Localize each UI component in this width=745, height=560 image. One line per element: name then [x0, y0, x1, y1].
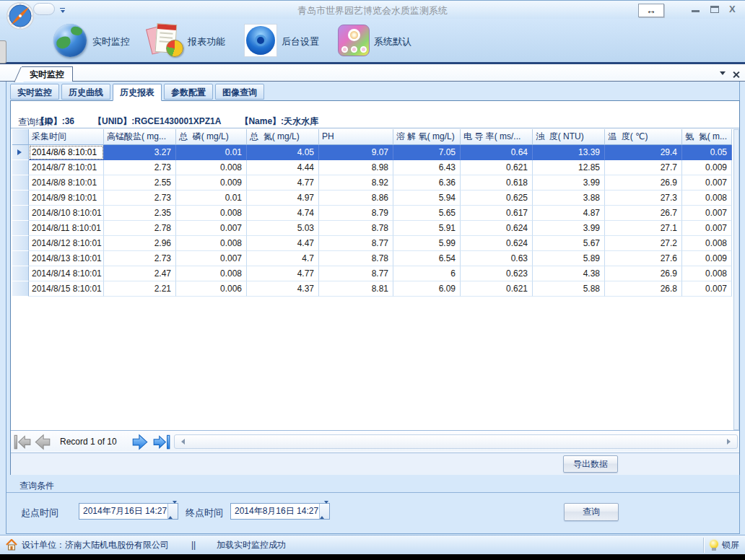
- minimize-icon[interactable]: [692, 10, 700, 12]
- maximize-icon[interactable]: [710, 6, 719, 13]
- table-cell[interactable]: 0.009: [176, 175, 247, 191]
- start-time-spinner[interactable]: [167, 504, 178, 519]
- query-button[interactable]: 查询: [564, 503, 619, 521]
- table-cell[interactable]: 27.1: [605, 221, 682, 236]
- table-row[interactable]: 2014/8/15 8:10:012.210.0064.378.816.090.…: [12, 281, 732, 297]
- table-cell[interactable]: 0.007: [682, 206, 732, 221]
- table-cell[interactable]: 0.008: [682, 266, 732, 281]
- table-cell[interactable]: 0.007: [682, 175, 732, 191]
- table-cell[interactable]: 4.74: [247, 206, 319, 221]
- table-cell[interactable]: 2.73: [104, 191, 176, 206]
- export-data-button[interactable]: 导出数据: [563, 455, 618, 473]
- table-cell[interactable]: 0.009: [682, 251, 732, 266]
- table-cell[interactable]: 3.99: [533, 175, 605, 191]
- document-tab-realtime[interactable]: 实时监控: [22, 66, 73, 82]
- table-cell[interactable]: 6.54: [393, 251, 461, 266]
- table-cell[interactable]: 0.008: [176, 266, 247, 281]
- table-cell[interactable]: 0.008: [682, 236, 732, 251]
- start-time-field[interactable]: 2014年7月16日 14:27:51: [79, 503, 178, 520]
- table-cell[interactable]: 0.009: [682, 160, 732, 175]
- table-cell[interactable]: 3.99: [533, 221, 605, 236]
- scroll-right-icon[interactable]: [727, 439, 733, 445]
- table-cell[interactable]: 2014/8/10 8:10:01: [29, 206, 104, 221]
- table-cell[interactable]: 2.21: [104, 281, 176, 297]
- table-cell[interactable]: 4.37: [247, 281, 319, 297]
- table-cell[interactable]: 0.621: [461, 160, 533, 175]
- close-window-icon[interactable]: X: [729, 4, 736, 14]
- table-cell[interactable]: 8.79: [319, 206, 393, 221]
- table-cell[interactable]: 2.47: [104, 266, 176, 281]
- table-cell[interactable]: 27.3: [605, 191, 682, 206]
- table-cell[interactable]: 8.77: [319, 236, 393, 251]
- table-cell[interactable]: 2014/8/11 8:10:01: [29, 221, 104, 236]
- table-cell[interactable]: 0.617: [461, 206, 533, 221]
- horizontal-scrollbar[interactable]: [174, 434, 738, 449]
- tab-list-dropdown-icon[interactable]: [720, 71, 726, 78]
- lock-screen-button[interactable]: 锁屏: [722, 535, 739, 555]
- table-cell[interactable]: 5.65: [393, 206, 461, 221]
- table-cell[interactable]: 2014/8/13 8:10:01: [29, 251, 104, 266]
- table-cell[interactable]: 0.008: [176, 236, 247, 251]
- table-cell[interactable]: 0.64: [461, 145, 533, 160]
- table-cell[interactable]: 5.67: [533, 236, 605, 251]
- table-cell[interactable]: 0.63: [461, 251, 533, 266]
- table-cell[interactable]: 0.008: [682, 191, 732, 206]
- table-cell[interactable]: 0.01: [176, 191, 247, 206]
- table-cell[interactable]: 3.88: [533, 191, 605, 206]
- table-cell[interactable]: 27.7: [605, 160, 682, 175]
- table-row[interactable]: 2014/8/10 8:10:012.350.0084.748.795.650.…: [12, 206, 732, 221]
- table-cell[interactable]: 5.99: [393, 236, 461, 251]
- table-cell[interactable]: 0.624: [461, 236, 533, 251]
- table-cell[interactable]: 0.618: [461, 175, 533, 191]
- table-row[interactable]: 2014/8/12 8:10:012.960.0084.478.775.990.…: [12, 236, 732, 251]
- table-cell[interactable]: 27.2: [605, 236, 682, 251]
- table-cell[interactable]: 2014/8/12 8:10:01: [29, 236, 104, 251]
- table-cell[interactable]: 4.05: [247, 145, 319, 160]
- record-next-icon[interactable]: [131, 432, 149, 451]
- column-header[interactable]: 高锰酸盐( mg...: [104, 129, 176, 145]
- table-cell[interactable]: 2014/8/6 8:10:01: [29, 145, 104, 160]
- table-cell[interactable]: 26.9: [605, 175, 682, 191]
- table-cell[interactable]: 2.35: [104, 206, 176, 221]
- column-header[interactable]: 总 氮( mg/L): [247, 129, 319, 145]
- table-cell[interactable]: 0.01: [176, 145, 247, 160]
- table-cell[interactable]: 2014/8/7 8:10:01: [29, 160, 104, 175]
- vertical-scrollbar[interactable]: [733, 129, 739, 430]
- close-tab-icon[interactable]: [732, 69, 740, 82]
- table-cell[interactable]: 6.36: [393, 175, 461, 191]
- table-cell[interactable]: 4.7: [247, 251, 319, 266]
- table-cell[interactable]: 8.78: [319, 221, 393, 236]
- table-cell[interactable]: 2014/8/15 8:10:01: [29, 281, 104, 297]
- table-row[interactable]: 2014/8/14 8:10:012.470.0084.778.7760.623…: [12, 266, 732, 281]
- table-cell[interactable]: 4.44: [247, 160, 319, 175]
- table-cell[interactable]: 12.85: [533, 160, 605, 175]
- table-cell[interactable]: 0.007: [176, 251, 247, 266]
- table-cell[interactable]: 26.9: [605, 266, 682, 281]
- table-row[interactable]: 2014/8/7 8:10:012.730.0084.448.986.430.6…: [12, 160, 732, 175]
- table-cell[interactable]: 2014/8/9 8:10:01: [29, 191, 104, 206]
- table-cell[interactable]: 8.86: [319, 191, 393, 206]
- table-cell[interactable]: 4.77: [247, 175, 319, 191]
- table-cell[interactable]: 2014/8/14 8:10:01: [29, 266, 104, 281]
- table-cell[interactable]: 2.73: [104, 160, 176, 175]
- table-cell[interactable]: 2014/8/8 8:10:01: [29, 175, 104, 191]
- scroll-left-icon[interactable]: [178, 439, 185, 445]
- table-cell[interactable]: 8.77: [319, 266, 393, 281]
- table-cell[interactable]: 5.88: [533, 281, 605, 297]
- table-row[interactable]: 2014/8/9 8:10:012.730.014.978.865.940.62…: [12, 191, 732, 206]
- table-cell[interactable]: 29.4: [605, 145, 682, 160]
- table-cell[interactable]: 0.007: [682, 281, 732, 297]
- table-cell[interactable]: 2.96: [104, 236, 176, 251]
- table-cell[interactable]: 3.27: [104, 145, 176, 160]
- table-cell[interactable]: 0.008: [176, 206, 247, 221]
- table-cell[interactable]: 8.81: [319, 281, 393, 297]
- table-cell[interactable]: 13.39: [533, 145, 605, 160]
- compass-app-icon[interactable]: [6, 1, 35, 30]
- table-cell[interactable]: 0.625: [461, 191, 533, 206]
- subtab-history-curve[interactable]: 历史曲线: [61, 84, 110, 100]
- table-cell[interactable]: 0.007: [682, 221, 732, 236]
- table-row[interactable]: 2014/8/8 8:10:012.550.0094.778.926.360.6…: [12, 175, 732, 191]
- table-cell[interactable]: 5.94: [393, 191, 461, 206]
- end-time-field[interactable]: 2014年8月16日 14:27:5: [230, 503, 330, 520]
- record-last-icon[interactable]: [152, 432, 171, 451]
